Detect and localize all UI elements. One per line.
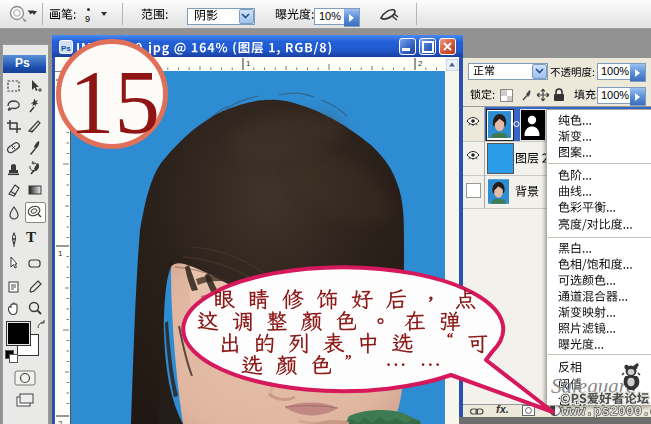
svg-text:2: 2: [418, 59, 423, 68]
svg-text:1: 1: [246, 59, 251, 68]
svg-text:1: 1: [58, 249, 63, 258]
svg-text:2: 2: [58, 419, 63, 424]
